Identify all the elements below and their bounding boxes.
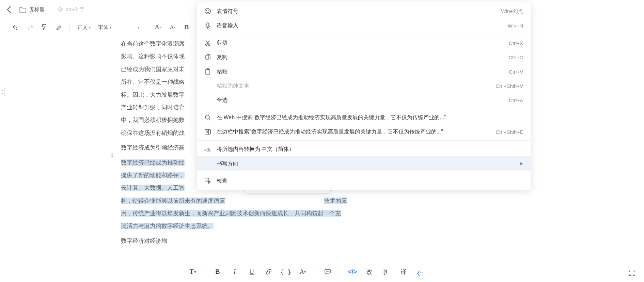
- context-menu-item[interactable]: 在 Web 中搜索"数字经济已经成为推动经济实现高质量发展的关键力量，它不仅为传…: [197, 110, 531, 125]
- decrease-font-button[interactable]: A-: [169, 24, 176, 31]
- svg-point-5: [327, 271, 328, 272]
- svg-rect-13: [206, 55, 209, 59]
- tag-icon: [57, 6, 64, 13]
- rewrite-button[interactable]: 改: [363, 266, 376, 278]
- bold-button[interactable]: B: [183, 24, 190, 31]
- word-count-text: 205个字: [66, 6, 84, 13]
- increase-font-button[interactable]: A+: [155, 24, 161, 31]
- left-panel-toggle[interactable]: ⋮: [0, 88, 5, 96]
- comment-button[interactable]: [321, 266, 334, 278]
- copy-icon: [204, 54, 211, 61]
- undo-button[interactable]: [12, 24, 19, 31]
- shortcut-label: Ctrl+A: [509, 97, 523, 103]
- blank-icon: [204, 97, 211, 104]
- context-menu-item[interactable]: 检查: [197, 174, 531, 188]
- context-menu-item[interactable]: 粘贴Ctrl+V: [197, 64, 531, 79]
- link-button[interactable]: [263, 266, 275, 278]
- svg-rect-10: [207, 23, 209, 26]
- code-block-button[interactable]: { }: [280, 266, 292, 278]
- folder-icon: [19, 6, 27, 13]
- context-menu: 表情符号Win+句点语音输入Win+H剪切Ctrl+X复制Ctrl+C粘贴Ctr…: [197, 2, 531, 190]
- svg-text:aあ: aあ: [204, 147, 211, 152]
- context-menu-item[interactable]: aあ将所选内容转换为 中文（简体）: [197, 142, 531, 156]
- doc-title: 无标题: [29, 6, 45, 13]
- context-menu-item[interactable]: 在边栏中搜索"数字经济已经成为推动经济实现高质量发展的关键力量，它不仅为传统产业…: [197, 125, 531, 139]
- svg-point-0: [60, 9, 61, 10]
- mic-icon: [204, 22, 211, 29]
- text-style-dropdown[interactable]: T ▾: [187, 266, 199, 278]
- eraser-button[interactable]: [55, 24, 62, 31]
- svg-point-8: [206, 10, 207, 11]
- context-menu-item[interactable]: 复制Ctrl+C: [197, 50, 531, 64]
- menu-item-label: 全选: [217, 97, 503, 104]
- emoji-icon: [204, 8, 211, 15]
- context-menu-item[interactable]: 全选Ctrl+A: [197, 93, 531, 107]
- menu-item-label: 语音输入: [217, 22, 502, 29]
- redo-button[interactable]: [27, 24, 33, 31]
- shortcut-label: Ctrl+Shift+E: [496, 129, 523, 135]
- translate-button[interactable]: 译: [397, 266, 410, 278]
- blank-icon: [204, 82, 211, 89]
- shortcut-label: Ctrl+V: [509, 69, 523, 75]
- svg-point-16: [205, 115, 209, 119]
- chevron-right-icon: ▶: [520, 161, 523, 166]
- shortcut-label: Win+句点: [501, 8, 523, 15]
- context-menu-item[interactable]: 书写方向▶: [197, 156, 531, 171]
- doc-title-wrap[interactable]: 无标题: [19, 6, 45, 13]
- menu-item-label: 剪切: [217, 40, 503, 47]
- svg-point-7: [205, 9, 210, 14]
- underline-button[interactable]: U: [246, 266, 258, 278]
- inspect-icon: [204, 177, 211, 184]
- sidebar-search-icon: [204, 128, 211, 135]
- paragraph-style-dropdown[interactable]: 正文 ▾: [77, 24, 91, 31]
- paragraph[interactable]: 数字经济对经济增: [121, 235, 387, 247]
- menu-item-label: 在边栏中搜索"数字经济已经成为推动经济实现高质量发展的关键力量，它不仅为传统产业…: [217, 128, 490, 136]
- word-count[interactable]: 205个字: [57, 6, 84, 13]
- menu-item-label: 粘贴: [217, 68, 503, 75]
- svg-rect-1: [43, 25, 46, 27]
- menu-item-label: 粘贴为纯文本: [217, 82, 490, 90]
- context-menu-item[interactable]: 语音输入Win+H: [197, 18, 531, 33]
- shortcut-label: Ctrl+X: [509, 40, 523, 46]
- back-button[interactable]: [4, 5, 14, 14]
- font-family-dropdown[interactable]: 宋体 ▾: [98, 24, 111, 31]
- expand-button[interactable]: 扩: [380, 266, 393, 278]
- drag-handle-icon[interactable]: ⠿: [110, 153, 114, 159]
- context-menu-item[interactable]: 剪切Ctrl+X: [197, 36, 531, 50]
- format-painter-button[interactable]: [41, 24, 48, 31]
- blank-icon: [204, 160, 211, 167]
- shortcut-label: Win+H: [508, 23, 523, 29]
- cut-icon: [204, 40, 211, 46]
- menu-item-label: 在 Web 中搜索"数字经济已经成为推动经济实现高质量发展的关键力量，它不仅为传…: [217, 114, 523, 121]
- shortcut-label: Ctrl+C: [508, 54, 523, 60]
- svg-rect-20: [205, 178, 209, 182]
- menu-item-label: 书写方向: [217, 160, 515, 167]
- svg-point-12: [208, 44, 210, 46]
- code-button[interactable]: </>: [346, 266, 359, 278]
- context-menu-item: 粘贴为纯文本Ctrl+Shift+V: [197, 79, 531, 93]
- menu-item-label: 表情符号: [217, 8, 496, 15]
- svg-point-18: [206, 131, 207, 132]
- paste-icon: [204, 68, 211, 75]
- svg-point-9: [208, 10, 209, 11]
- menu-item-label: 将所选内容转换为 中文（简体）: [217, 146, 523, 153]
- menu-item-label: 检查: [217, 177, 523, 185]
- chevron-down-icon: ▾: [110, 26, 111, 29]
- collapse-toolbar-button[interactable]: [416, 270, 421, 277]
- menu-item-label: 复制: [217, 54, 503, 61]
- search-icon: [204, 114, 211, 121]
- chevron-down-icon: ▾: [138, 26, 139, 29]
- translate-icon: aあ: [204, 146, 211, 153]
- chevron-down-icon: ▾: [89, 26, 91, 29]
- svg-point-4: [326, 271, 327, 272]
- context-menu-item[interactable]: 表情符号Win+句点: [197, 4, 531, 18]
- svg-point-6: [328, 271, 329, 272]
- fullscreen-button[interactable]: [628, 269, 636, 277]
- bold-button[interactable]: B: [211, 266, 224, 278]
- shortcut-label: Ctrl+Shift+V: [496, 83, 523, 89]
- italic-button[interactable]: I: [229, 266, 241, 278]
- svg-point-11: [206, 44, 207, 46]
- floating-format-toolbar: T ▾ B I U { } A ▾ </> 改 扩 译 ⋯: [180, 262, 434, 282]
- font-color-dropdown[interactable]: A ▾: [297, 266, 309, 278]
- font-size-dropdown[interactable]: ▾: [119, 26, 139, 29]
